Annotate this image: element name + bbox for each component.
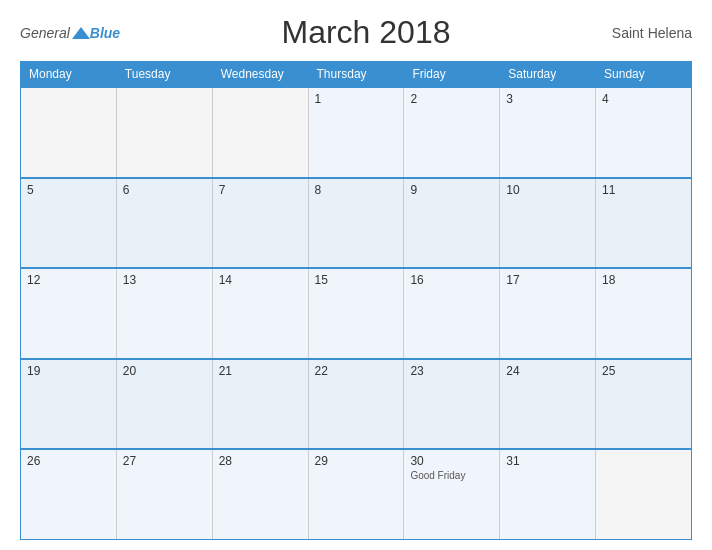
calendar-cell — [21, 87, 117, 178]
weekday-monday: Monday — [21, 62, 117, 88]
calendar-week-4: 19202122232425 — [21, 359, 692, 450]
calendar-cell: 16 — [404, 268, 500, 359]
day-number: 7 — [219, 183, 302, 197]
day-number: 2 — [410, 92, 493, 106]
calendar-cell — [212, 87, 308, 178]
calendar-header: MondayTuesdayWednesdayThursdayFridaySatu… — [21, 62, 692, 88]
day-number: 17 — [506, 273, 589, 287]
day-number: 15 — [315, 273, 398, 287]
day-event: Good Friday — [410, 470, 493, 481]
calendar-cell: 19 — [21, 359, 117, 450]
weekday-wednesday: Wednesday — [212, 62, 308, 88]
weekday-saturday: Saturday — [500, 62, 596, 88]
day-number: 13 — [123, 273, 206, 287]
calendar-cell: 15 — [308, 268, 404, 359]
calendar-cell: 6 — [116, 178, 212, 269]
calendar-week-5: 2627282930Good Friday31 — [21, 449, 692, 540]
calendar-cell — [596, 449, 692, 540]
day-number: 22 — [315, 364, 398, 378]
calendar-cell: 21 — [212, 359, 308, 450]
calendar-cell — [116, 87, 212, 178]
day-number: 8 — [315, 183, 398, 197]
calendar-week-3: 12131415161718 — [21, 268, 692, 359]
day-number: 12 — [27, 273, 110, 287]
calendar-cell: 25 — [596, 359, 692, 450]
day-number: 5 — [27, 183, 110, 197]
calendar-cell: 8 — [308, 178, 404, 269]
calendar-cell: 5 — [21, 178, 117, 269]
calendar-cell: 10 — [500, 178, 596, 269]
day-number: 28 — [219, 454, 302, 468]
calendar-week-2: 567891011 — [21, 178, 692, 269]
header: General Blue March 2018 Saint Helena — [20, 10, 692, 55]
weekday-tuesday: Tuesday — [116, 62, 212, 88]
calendar-cell: 11 — [596, 178, 692, 269]
calendar-cell: 14 — [212, 268, 308, 359]
weekday-friday: Friday — [404, 62, 500, 88]
day-number: 20 — [123, 364, 206, 378]
calendar-cell: 1 — [308, 87, 404, 178]
day-number: 14 — [219, 273, 302, 287]
day-number: 19 — [27, 364, 110, 378]
day-number: 30 — [410, 454, 493, 468]
calendar-cell: 2 — [404, 87, 500, 178]
calendar-cell: 12 — [21, 268, 117, 359]
page-title: March 2018 — [120, 14, 612, 51]
calendar-cell: 4 — [596, 87, 692, 178]
day-number: 16 — [410, 273, 493, 287]
day-number: 3 — [506, 92, 589, 106]
calendar-cell: 3 — [500, 87, 596, 178]
calendar-cell: 29 — [308, 449, 404, 540]
calendar-cell: 13 — [116, 268, 212, 359]
calendar-table: MondayTuesdayWednesdayThursdayFridaySatu… — [20, 61, 692, 540]
day-number: 4 — [602, 92, 685, 106]
day-number: 25 — [602, 364, 685, 378]
weekday-sunday: Sunday — [596, 62, 692, 88]
calendar-cell: 20 — [116, 359, 212, 450]
day-number: 27 — [123, 454, 206, 468]
weekday-header-row: MondayTuesdayWednesdayThursdayFridaySatu… — [21, 62, 692, 88]
calendar-cell: 23 — [404, 359, 500, 450]
calendar-cell: 9 — [404, 178, 500, 269]
day-number: 23 — [410, 364, 493, 378]
logo-flag-icon — [72, 27, 90, 39]
calendar-cell: 30Good Friday — [404, 449, 500, 540]
region-label: Saint Helena — [612, 25, 692, 41]
day-number: 24 — [506, 364, 589, 378]
logo-blue-text: Blue — [90, 25, 120, 41]
calendar-cell: 17 — [500, 268, 596, 359]
day-number: 1 — [315, 92, 398, 106]
calendar-cell: 22 — [308, 359, 404, 450]
calendar-cell: 24 — [500, 359, 596, 450]
calendar-cell: 26 — [21, 449, 117, 540]
calendar-cell: 18 — [596, 268, 692, 359]
calendar-cell: 28 — [212, 449, 308, 540]
weekday-thursday: Thursday — [308, 62, 404, 88]
calendar-cell: 7 — [212, 178, 308, 269]
calendar-cell: 27 — [116, 449, 212, 540]
day-number: 26 — [27, 454, 110, 468]
day-number: 21 — [219, 364, 302, 378]
day-number: 29 — [315, 454, 398, 468]
day-number: 6 — [123, 183, 206, 197]
day-number: 31 — [506, 454, 589, 468]
day-number: 10 — [506, 183, 589, 197]
calendar-week-1: 1234 — [21, 87, 692, 178]
logo-general-text: General — [20, 25, 70, 41]
day-number: 9 — [410, 183, 493, 197]
logo: General Blue — [20, 25, 120, 41]
calendar-cell: 31 — [500, 449, 596, 540]
day-number: 11 — [602, 183, 685, 197]
day-number: 18 — [602, 273, 685, 287]
calendar-body: 1234567891011121314151617181920212223242… — [21, 87, 692, 540]
